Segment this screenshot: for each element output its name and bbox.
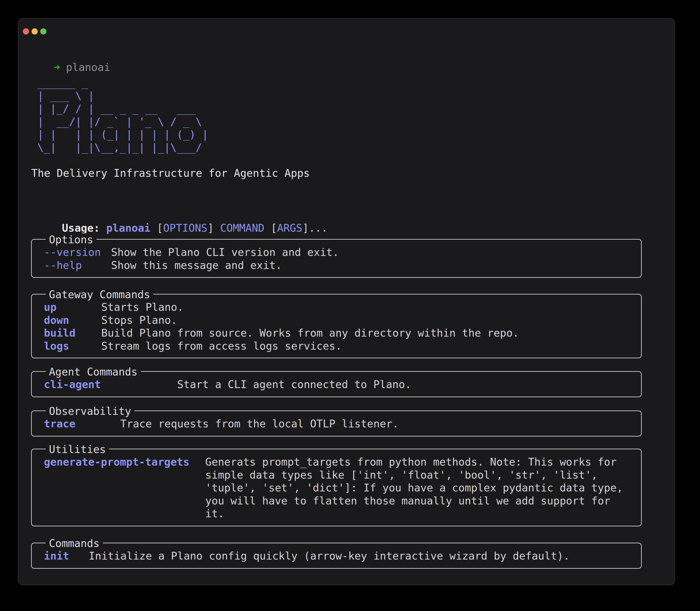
command-desc: Build Plano from source. Works from any … <box>101 327 519 340</box>
command-row: cli-agentStart a CLI agent connected to … <box>44 378 632 391</box>
command-name-up: up <box>44 301 101 314</box>
usage-bracket: ] <box>208 222 220 234</box>
usage-options-arg: OPTIONS <box>163 222 208 234</box>
command-row: buildBuild Plano from source. Works from… <box>44 327 632 340</box>
command-row: traceTrace requests from the local OTLP … <box>44 417 632 430</box>
prompt-command: planoai <box>66 61 110 73</box>
command-row: generate-prompt-targetsGenerats prompt_t… <box>44 456 632 520</box>
panel-gateway-commands: Gateway Commands upStarts Plano. downSto… <box>31 294 642 358</box>
tagline: The Delivery Infrastructure for Agentic … <box>31 167 310 179</box>
close-button[interactable] <box>23 28 29 34</box>
panel-commands: Commands initInitialize a Plano config q… <box>31 542 642 569</box>
command-row: initInitialize a Plano config quickly (a… <box>44 550 632 563</box>
option-flag-version: --version <box>44 246 111 259</box>
command-desc: Stream logs from access logs services. <box>101 340 342 353</box>
command-row: upStarts Plano. <box>44 301 632 314</box>
ascii-logo: ______ _ | ___ \ | | |_/ / | __ _ _ __ _… <box>31 76 208 154</box>
usage-ellipsis: ]... <box>302 222 328 234</box>
option-row: --versionShow the Plano CLI version and … <box>44 246 632 259</box>
usage-args-arg: ARGS <box>277 222 302 234</box>
usage-app-name: planoai <box>106 222 157 234</box>
command-desc: Start a CLI agent connected to Plano. <box>177 378 411 391</box>
command-row: logsStream logs from access logs service… <box>44 340 632 353</box>
command-desc: Trace requests from the local OTLP liste… <box>120 417 399 430</box>
panel-agent-title: Agent Commands <box>46 366 141 378</box>
window-controls <box>23 28 46 34</box>
command-name-build: build <box>44 327 101 340</box>
option-desc: Show this message and exit. <box>111 259 282 272</box>
usage-bracket: [ <box>157 222 163 234</box>
panel-observability-title: Observability <box>46 405 134 418</box>
panel-observability: Observability traceTrace requests from t… <box>31 411 642 436</box>
panel-utilities-title: Utilities <box>46 443 109 456</box>
usage-bracket: [ <box>264 222 277 234</box>
command-name-generate-prompt-targets: generate-prompt-targets <box>44 456 205 520</box>
minimize-button[interactable] <box>32 28 38 34</box>
command-desc: Initialize a Plano config quickly (arrow… <box>89 550 570 563</box>
prompt-arrow-icon: ➜ <box>54 61 60 73</box>
command-row: downStops Plano. <box>44 314 632 327</box>
panel-options: Options --versionShow the Plano CLI vers… <box>31 239 642 278</box>
zoom-button[interactable] <box>40 28 46 34</box>
panel-options-title: Options <box>46 233 96 246</box>
option-flag-help: --help <box>44 259 111 272</box>
command-name-down: down <box>44 314 101 327</box>
command-desc: Generats prompt_targets from python meth… <box>205 456 623 520</box>
option-desc: Show the Plano CLI version and exit. <box>111 246 339 259</box>
command-name-init: init <box>44 550 89 563</box>
command-desc: Starts Plano. <box>101 301 183 314</box>
command-name-trace: trace <box>44 417 120 430</box>
option-row: --helpShow this message and exit. <box>44 259 632 272</box>
command-name-logs: logs <box>44 340 101 353</box>
panel-utilities: Utilities generate-prompt-targetsGenerat… <box>31 449 642 526</box>
command-name-cli-agent: cli-agent <box>44 378 177 391</box>
usage-label: Usage: <box>62 222 106 234</box>
command-desc: Stops Plano. <box>101 314 177 327</box>
panel-agent-commands: Agent Commands cli-agentStart a CLI agen… <box>31 371 642 397</box>
terminal-window[interactable]: ➜planoai ______ _ | ___ \ | | |_/ / | __… <box>18 18 675 585</box>
usage-command-arg: COMMAND <box>220 222 264 234</box>
panel-commands-title: Commands <box>46 537 103 550</box>
panel-gateway-title: Gateway Commands <box>46 288 153 301</box>
